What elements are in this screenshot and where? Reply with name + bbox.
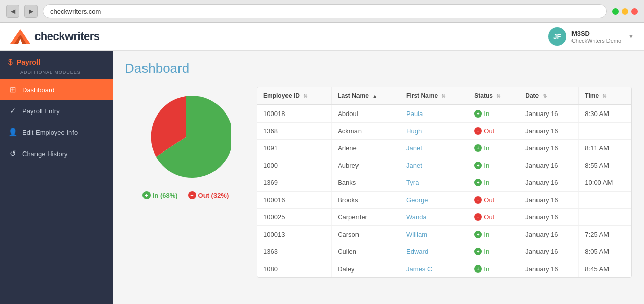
logo-icon xyxy=(10,29,30,44)
cell-status: + In xyxy=(468,243,519,260)
status-icon-out: − xyxy=(474,196,482,204)
sort-icon-last: ▲ xyxy=(372,93,377,99)
status-icon-out: − xyxy=(474,213,482,221)
cell-time xyxy=(579,123,631,140)
status-badge-in: + In xyxy=(474,231,513,238)
app-container: checkwriters JF M3SD CheckWriters Demo ▼… xyxy=(0,23,644,304)
cell-employee-id: 1369 xyxy=(257,174,332,192)
sort-icon-status: ⇅ xyxy=(496,93,500,99)
url-bar[interactable]: checkwriters.com xyxy=(43,4,607,18)
change-history-icon: ↺ xyxy=(8,149,17,158)
pie-chart xyxy=(140,92,231,183)
col-header-employee-id[interactable]: Employee ID ⇅ xyxy=(257,87,332,105)
sort-icon-first: ⇅ xyxy=(441,93,445,99)
cell-first-name[interactable]: Paula xyxy=(400,105,468,123)
url-text: checkwriters.com xyxy=(50,8,101,15)
cell-date: January 16 xyxy=(519,174,579,192)
table-row: 1091 Arlene Janet + In January 16 8:11 A… xyxy=(257,140,631,157)
cell-time: 8:55 AM xyxy=(579,157,631,174)
logo-container: checkwriters xyxy=(10,29,100,44)
table-row: 1363 Cullen Edward + In January 16 8:05 … xyxy=(257,243,631,260)
cell-status: + In xyxy=(468,260,519,278)
cell-employee-id: 1091 xyxy=(257,140,332,157)
user-company: CheckWriters Demo xyxy=(571,37,621,44)
cell-first-name[interactable]: George xyxy=(400,192,468,209)
cell-first-name[interactable]: James C xyxy=(400,260,468,278)
cell-date: January 16 xyxy=(519,260,579,278)
cell-last-name: Ackman xyxy=(332,123,400,140)
col-header-status[interactable]: Status ⇅ xyxy=(468,87,519,105)
cell-date: January 16 xyxy=(519,209,579,226)
table-row: 1000 Aubrey Janet + In January 16 8:55 A… xyxy=(257,157,631,174)
sidebar-item-payroll-entry[interactable]: ✓ Payroll Entry xyxy=(0,100,113,122)
cell-first-name[interactable]: Janet xyxy=(400,157,468,174)
sort-icon-date: ⇅ xyxy=(543,93,547,99)
payroll-entry-icon: ✓ xyxy=(8,106,17,116)
cell-time: 7:25 AM xyxy=(579,226,631,243)
logo-text: checkwriters xyxy=(34,30,100,43)
status-badge-in: + In xyxy=(474,110,513,118)
cell-employee-id: 100018 xyxy=(257,105,332,123)
cell-first-name[interactable]: Edward xyxy=(400,243,468,260)
table-row: 100018 Abdoul Paula + In January 16 8:30… xyxy=(257,105,631,123)
col-header-last-name[interactable]: Last Name ▲ xyxy=(332,87,400,105)
cell-employee-id: 1368 xyxy=(257,123,332,140)
table-row: 100016 Brooks George − Out January 16 xyxy=(257,192,631,209)
payroll-icon: $ xyxy=(8,58,13,67)
dashboard-body: + In (68%) − Out (32%) Em xyxy=(125,87,632,278)
user-dropdown-arrow[interactable]: ▼ xyxy=(628,33,634,40)
chart-area: + In (68%) − Out (32%) xyxy=(125,87,246,199)
cell-first-name[interactable]: Janet xyxy=(400,140,468,157)
sidebar-item-change-history[interactable]: ↺ Change History xyxy=(0,143,113,164)
col-header-first-name[interactable]: First Name ⇅ xyxy=(400,87,468,105)
status-icon-in: + xyxy=(474,231,482,238)
edit-employee-icon: 👤 xyxy=(8,128,17,137)
traffic-lights xyxy=(612,8,638,15)
sidebar-item-label-payroll-entry: Payroll Entry xyxy=(22,107,60,115)
browser-chrome: ◀ ▶ checkwriters.com xyxy=(0,0,644,23)
cell-employee-id: 1000 xyxy=(257,157,332,174)
cell-first-name[interactable]: Wanda xyxy=(400,209,468,226)
red-light xyxy=(631,8,638,15)
cell-last-name: Brooks xyxy=(332,192,400,209)
main-content: $ Payroll ADDITIONAL MODULES ⊞ Dashboard… xyxy=(0,51,644,304)
status-icon-in: + xyxy=(474,110,482,118)
cell-time: 8:05 AM xyxy=(579,243,631,260)
cell-first-name[interactable]: Tyra xyxy=(400,174,468,192)
sidebar-section-sub: ADDITIONAL MODULES xyxy=(0,70,113,79)
table-body: 100018 Abdoul Paula + In January 16 8:30… xyxy=(257,105,631,277)
cell-employee-id: 100025 xyxy=(257,209,332,226)
cell-employee-id: 100013 xyxy=(257,226,332,243)
status-icon-in: + xyxy=(474,179,482,186)
sidebar-item-edit-employee[interactable]: 👤 Edit Employee Info xyxy=(0,122,113,143)
yellow-light xyxy=(622,8,628,15)
cell-status: + In xyxy=(468,174,519,192)
col-header-time[interactable]: Time ⇅ xyxy=(579,87,631,105)
table-row: 1080 Daley James C + In January 16 8:45 … xyxy=(257,260,631,278)
forward-button[interactable]: ▶ xyxy=(24,5,38,18)
cell-date: January 16 xyxy=(519,140,579,157)
legend-in-label: In (68%) xyxy=(153,192,178,199)
cell-employee-id: 100016 xyxy=(257,192,332,209)
sidebar-item-dashboard[interactable]: ⊞ Dashboard xyxy=(0,79,113,100)
status-badge-in: + In xyxy=(474,265,513,273)
col-header-date[interactable]: Date ⇅ xyxy=(519,87,579,105)
cell-status: + In xyxy=(468,157,519,174)
cell-last-name: Cullen xyxy=(332,243,400,260)
back-button[interactable]: ◀ xyxy=(6,5,19,18)
app-header: checkwriters JF M3SD CheckWriters Demo ▼ xyxy=(0,23,644,51)
status-badge-in: + In xyxy=(474,162,513,169)
header-right: JF M3SD CheckWriters Demo ▼ xyxy=(548,27,634,46)
sidebar-item-label-edit-employee: Edit Employee Info xyxy=(22,129,78,136)
content-area: Dashboard xyxy=(113,51,644,304)
status-badge-out: − Out xyxy=(474,127,513,135)
employee-table-wrapper: Employee ID ⇅ Last Name ▲ First Name ⇅ S… xyxy=(257,87,632,278)
status-badge-out: − Out xyxy=(474,213,513,221)
cell-first-name[interactable]: William xyxy=(400,226,468,243)
cell-employee-id: 1080 xyxy=(257,260,332,278)
cell-status: + In xyxy=(468,140,519,157)
cell-first-name[interactable]: Hugh xyxy=(400,123,468,140)
legend-out-label: Out (32%) xyxy=(198,192,229,199)
sidebar-item-label-change-history: Change History xyxy=(22,150,68,158)
cell-employee-id: 1363 xyxy=(257,243,332,260)
